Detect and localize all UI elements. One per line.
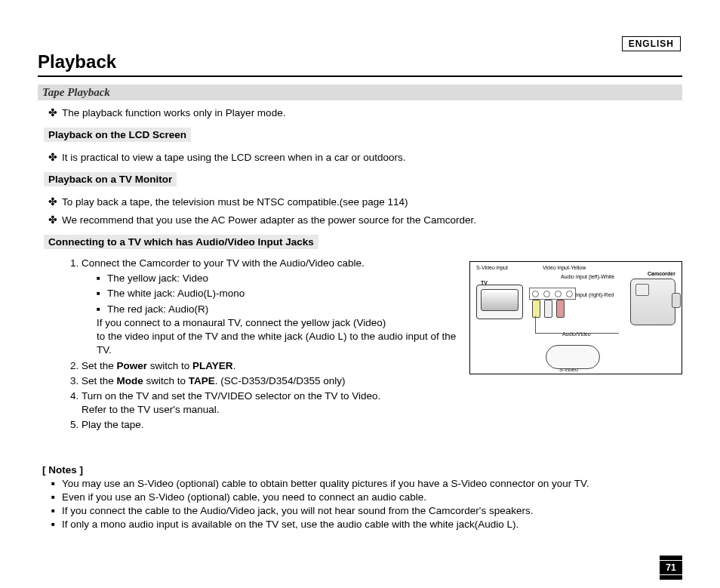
connect-heading: Connecting to a TV which has Audio/Video… xyxy=(44,235,318,249)
step-2-b: Power xyxy=(117,360,148,371)
intro-text: The playback function works only in Play… xyxy=(62,107,285,119)
note-1: You may use an S-Video (optional) cable … xyxy=(51,477,682,491)
plug-white-icon xyxy=(544,300,552,318)
step-4b: Refer to the TV user's manual. xyxy=(82,404,219,415)
step-1-text: Connect the Camcorder to your TV with th… xyxy=(82,257,365,269)
jack-icon xyxy=(543,291,550,297)
step-4: Turn on the TV and set the TV/VIDEO sele… xyxy=(82,389,682,417)
camcorder-icon xyxy=(630,279,675,325)
note-4-text: If only a mono audio input is available … xyxy=(62,519,518,530)
step-3-b: Mode xyxy=(117,375,143,386)
step-2-d: PLAYER xyxy=(192,360,233,371)
jack-icon xyxy=(532,291,539,297)
label-audio-l: Audio input (left)-White xyxy=(561,274,614,279)
step-4a: Turn on the TV and set the TV/VIDEO sele… xyxy=(82,390,380,402)
jack-icon xyxy=(566,291,573,297)
tv-text-1: To play back a tape, the television must… xyxy=(62,196,408,208)
cable-icon xyxy=(535,316,619,334)
lcd-heading: Playback on the LCD Screen xyxy=(44,128,191,142)
plug-yellow-icon xyxy=(532,300,540,318)
step-2-e: . xyxy=(233,360,236,371)
step-3-c: switch to xyxy=(143,375,189,386)
step-2-c: switch to xyxy=(147,360,192,371)
note-2: Even if you use an S-Video (optional) ca… xyxy=(51,491,682,504)
diamond-icon: ✤ xyxy=(48,214,62,226)
jack-note-2: to the video input of the TV and the whi… xyxy=(97,331,456,356)
step-5: Play the tape. xyxy=(82,418,682,432)
note-3: If you connect the cable to the Audio/Vi… xyxy=(51,504,682,518)
label-video-in: Video input-Yellow xyxy=(543,265,586,270)
note-3-text: If you connect the cable to the Audio/Vi… xyxy=(62,505,533,516)
lcd-text: It is practical to view a tape using the… xyxy=(62,152,405,163)
diamond-icon: ✤ xyxy=(48,106,62,119)
label-cam: Camcorder xyxy=(648,271,675,276)
page-number: 71 xyxy=(660,561,682,574)
jack-icon xyxy=(555,291,562,297)
step-2-a: Set the xyxy=(82,360,117,371)
jack-yellow-text: The yellow jack: Video xyxy=(107,272,208,284)
intro-line: ✤The playback function works only in Pla… xyxy=(48,106,682,119)
tv-line-2: ✤We recommend that you use the AC Power … xyxy=(48,214,682,226)
title-rule xyxy=(38,75,682,77)
diamond-icon: ✤ xyxy=(48,151,62,163)
step-3-d: TAPE xyxy=(189,375,215,386)
tv-icon xyxy=(476,285,523,319)
jack-white-text: The white jack: Audio(L)-mono xyxy=(107,288,245,299)
section-subtitle: Tape Playback xyxy=(38,85,682,100)
tv-heading: Playback on a TV Monitor xyxy=(44,172,177,186)
diagram-wrap: S-Video input Video input-Yellow Audio i… xyxy=(469,261,682,374)
notes-list: You may use an S-Video (optional) cable … xyxy=(51,477,682,532)
notes-heading: [ Notes ] xyxy=(42,464,682,476)
note-1-text: You may use an S-Video (optional) cable … xyxy=(62,478,589,489)
diamond-icon: ✤ xyxy=(48,195,62,208)
tv-text-2: We recommend that you use the AC Power a… xyxy=(62,214,476,226)
lcd-line: ✤It is practical to view a tape using th… xyxy=(48,151,682,163)
note-2-text: Even if you use an S-Video (optional) ca… xyxy=(62,491,426,503)
plug-red-icon xyxy=(556,300,565,318)
jack-row xyxy=(529,288,576,300)
note-4: If only a mono audio input is available … xyxy=(51,518,682,531)
page-title: Playback xyxy=(38,51,682,72)
jack-note-1: If you connect to a monaural TV, connect… xyxy=(97,317,386,328)
step-3-e: . (SC-D353/D354/D355 only) xyxy=(215,375,346,386)
svideo-cable-icon xyxy=(546,345,600,369)
jack-red-text: The red jack: Audio(R) xyxy=(107,303,208,315)
language-badge: ENGLISH xyxy=(622,36,681,51)
label-svideo-in: S-Video input xyxy=(476,265,508,270)
tv-line-1: ✤To play back a tape, the television mus… xyxy=(48,195,682,208)
connection-diagram: S-Video input Video input-Yellow Audio i… xyxy=(469,261,682,374)
step-3-a: Set the xyxy=(82,375,117,386)
plug-row xyxy=(532,300,565,318)
step-3: Set the Mode switch to TAPE. (SC-D353/D3… xyxy=(82,374,682,388)
